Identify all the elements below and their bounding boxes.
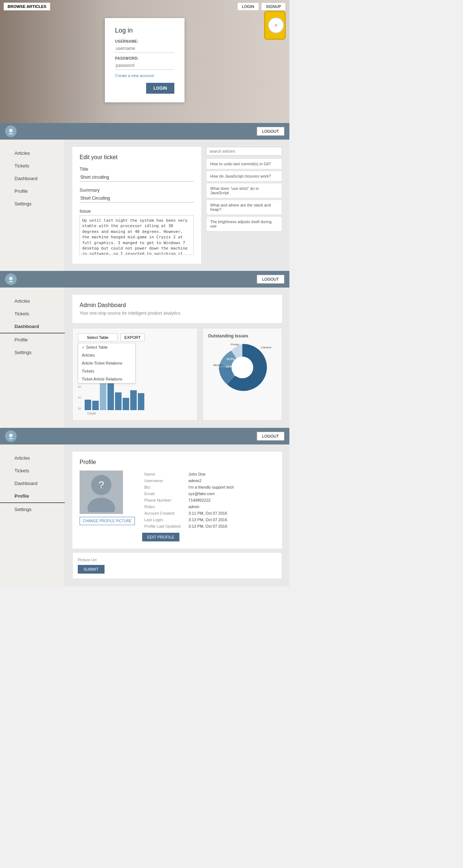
sidebar-item-articles-profile[interactable]: Articles xyxy=(0,452,65,464)
login-submit-button[interactable]: LOGIN xyxy=(146,83,174,94)
profile-avatar-section: ? CHANGE PROFILE PICTURE xyxy=(80,471,135,541)
summary-field-label: Summary xyxy=(80,187,194,193)
username-label: USERNAME: xyxy=(115,39,174,43)
app-logo-profile xyxy=(5,430,17,442)
dropdown-item-tickets[interactable]: Tickets xyxy=(78,367,135,375)
app-header-ticket: LOGOUT xyxy=(0,123,289,140)
sidebar-item-profile-profile[interactable]: Profile xyxy=(0,490,65,503)
ticket-layout: Edit your ticket Title Summary Issue Up … xyxy=(72,147,282,264)
svg-point-1 xyxy=(9,277,13,280)
logout-button-ticket[interactable]: LOGOUT xyxy=(257,127,284,136)
username-value: admin2 xyxy=(187,478,235,484)
sidebar-item-profile-dash[interactable]: Profile xyxy=(0,333,65,346)
username-label-profile: Username: xyxy=(143,478,186,484)
sidebar-item-dashboard-ticket[interactable]: Dashboard xyxy=(0,172,65,185)
sidebar-item-tickets-dash[interactable]: Tickets xyxy=(0,307,65,320)
email-label: Email: xyxy=(143,491,186,497)
ticket-summary-input[interactable] xyxy=(80,194,194,203)
y-label-20: 20 xyxy=(78,407,82,410)
svg-point-0 xyxy=(9,129,13,132)
svg-point-2 xyxy=(9,434,13,437)
export-button[interactable]: EXPORT xyxy=(120,333,145,341)
signup-nav-button[interactable]: SIGNUP xyxy=(261,3,286,10)
dropdown-container: Select Table Select Table Articles Artic… xyxy=(78,333,118,341)
sidebar-item-profile-ticket[interactable]: Profile xyxy=(0,185,65,197)
sidebar-item-tickets-profile[interactable]: Tickets xyxy=(0,464,65,477)
sidebar-item-settings-profile[interactable]: Settings xyxy=(0,503,65,516)
profile-info-table: Name: John Doe Username: admin2 Bio: I'm… xyxy=(142,471,236,530)
profile-name-row: Name: John Doe xyxy=(143,471,235,477)
app-logo-dashboard xyxy=(5,273,17,285)
pie-label-camera: Camera xyxy=(261,346,271,349)
article-suggestion-3[interactable]: What and where are the stack and heap? xyxy=(206,200,282,215)
pie-label-monitor: Monitor xyxy=(213,363,223,367)
edit-ticket-title: Edit your ticket xyxy=(80,154,194,161)
search-articles-input[interactable] xyxy=(206,147,282,156)
profile-inner: ? CHANGE PROFILE PICTURE Name: John Doe xyxy=(80,471,275,541)
logout-button-profile[interactable]: LOGOUT xyxy=(257,432,284,441)
article-suggestion-1[interactable]: How do JavaScript closures work? xyxy=(206,171,282,182)
ticket-title-input[interactable] xyxy=(80,173,194,182)
lastlogin-label: Last Login: xyxy=(143,517,186,523)
dropdown-menu: Select Table Articles Article-Ticket Rel… xyxy=(78,343,136,383)
profile-created-row: Account Created: 3:11 PM, Oct 07 2016 xyxy=(143,510,235,516)
login-modal: Log in USERNAME: PASSWORD: Create a new … xyxy=(105,18,184,102)
dashboard-title: Admin Dashboard xyxy=(80,302,275,309)
username-input[interactable] xyxy=(115,44,174,53)
ticket-issue-textarea[interactable]: Up until last night the system has been … xyxy=(80,215,194,255)
sidebar-item-dashboard-profile[interactable]: Dashboard xyxy=(0,477,65,490)
svg-text:?: ? xyxy=(98,479,104,490)
login-nav-button[interactable]: LOGIN xyxy=(237,3,259,10)
sidebar-item-settings-ticket[interactable]: Settings xyxy=(0,197,65,210)
count-label: Count xyxy=(87,412,192,415)
bar-0 xyxy=(85,400,91,410)
sidebar-item-settings-dash[interactable]: Settings xyxy=(0,346,65,359)
dropdown-item-articles[interactable]: Articles xyxy=(78,351,135,359)
dashboard-info-card: Admin Dashboard Your one-stop source for… xyxy=(72,295,282,323)
sidebar-item-dashboard-dash[interactable]: Dashboard xyxy=(0,320,65,333)
app-body-profile: Articles Tickets Dashboard Profile Setti… xyxy=(0,444,289,586)
ticket-form: Edit your ticket Title Summary Issue Up … xyxy=(72,147,201,264)
profile-roles-row: Roles: admin xyxy=(143,504,235,510)
sidebar-item-articles-ticket[interactable]: Articles xyxy=(0,147,65,159)
profile-lastupdated-row: Profile Last Updated: 3:13 PM, Oct 07 20… xyxy=(143,523,235,529)
change-profile-picture-button[interactable]: CHANGE PROFILE PICTURE xyxy=(80,517,135,525)
sidebar-dashboard: Articles Tickets Dashboard Profile Setti… xyxy=(0,288,65,428)
browse-articles-button[interactable]: BROWSE ARTICLES xyxy=(4,3,50,10)
bar-6 xyxy=(130,390,137,410)
profile-username-row: Username: admin2 xyxy=(143,478,235,484)
sidebar-item-articles-dash[interactable]: Articles xyxy=(0,295,65,307)
phone-label: Phone Number: xyxy=(143,497,186,503)
pie-label-printer: Printer xyxy=(231,343,239,346)
main-content-profile: Profile ? CHANGE PROFILE PICTURE xyxy=(65,444,289,586)
profile-email-row: Email: xyz@fake.com xyxy=(143,491,235,497)
bio-label: Bio: xyxy=(143,484,186,490)
lastlogin-value: 3:13 PM, Oct 07 2016 xyxy=(187,517,235,523)
submit-button[interactable]: SUBMIT xyxy=(78,565,105,574)
article-suggestion-0[interactable]: How to undo last commit(s) in Git? xyxy=(206,158,282,169)
pie-container: Printer Camera Monitor 12.5% 12.5% 20% 5… xyxy=(217,342,268,393)
article-suggestion-4[interactable]: The brightness adjusts itself during use xyxy=(206,216,282,231)
select-table-dropdown[interactable]: Select Table xyxy=(78,333,118,341)
login-section: ⏱ BROWSE ARTICLES LOGIN SIGNUP Log in US… xyxy=(0,0,289,123)
bar-1 xyxy=(92,401,99,410)
logout-button-dashboard[interactable]: LOGOUT xyxy=(257,275,284,284)
edit-profile-button[interactable]: EDIT PROFILE xyxy=(142,533,179,541)
top-navigation: BROWSE ARTICLES LOGIN SIGNUP xyxy=(0,0,289,13)
create-account-link[interactable]: Create a new account xyxy=(115,73,174,78)
roles-label: Roles: xyxy=(143,504,186,510)
sidebar-item-tickets-ticket[interactable]: Tickets xyxy=(0,159,65,172)
name-value: John Doe xyxy=(187,471,235,477)
watch-decoration: ⏱ xyxy=(264,11,286,40)
profile-bio-row: Bio: I'm a friendly support tech xyxy=(143,484,235,490)
top-nav-right: LOGIN SIGNUP xyxy=(237,3,286,10)
title-field-label: Title xyxy=(80,166,194,172)
article-suggestion-2[interactable]: What does "use strict" do in JavaScript xyxy=(206,183,282,198)
password-input[interactable] xyxy=(115,61,174,70)
dashboard-section: LOGOUT Articles Tickets Dashboard Profil… xyxy=(0,271,289,428)
dropdown-item-select[interactable]: Select Table xyxy=(78,343,135,351)
dropdown-item-article-ticket[interactable]: Article-Ticket Relations xyxy=(78,359,135,367)
profile-phone-row: Phone Number: 7149992222 xyxy=(143,497,235,503)
ticket-articles-sidebar: How to undo last commit(s) in Git? How d… xyxy=(206,147,282,264)
dropdown-item-ticket-article[interactable]: Ticket-Article Relations xyxy=(78,375,135,383)
